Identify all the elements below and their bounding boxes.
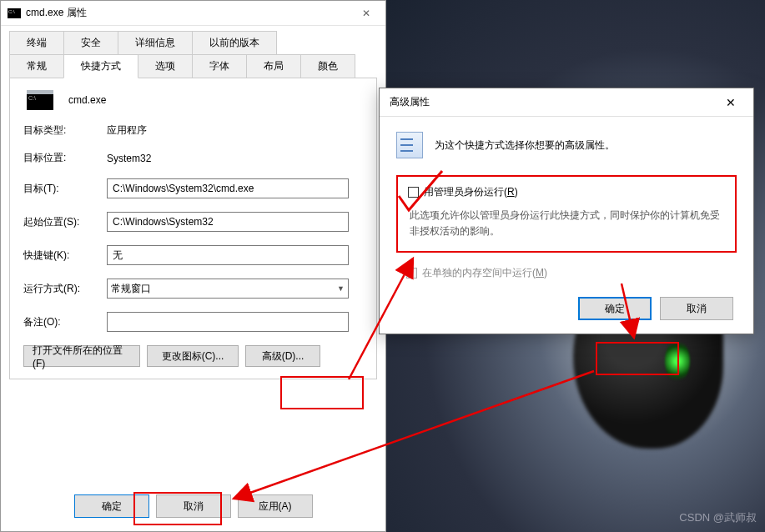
hotkey-label: 快捷键(K): (23, 248, 107, 263)
cancel-button[interactable]: 取消 (156, 494, 231, 518)
target-location-label: 目标位置: (23, 151, 107, 165)
tab-content: cmd.exe 目标类型: 应用程序 目标位置: System32 目标(T):… (9, 78, 377, 379)
target-type-value: 应用程序 (107, 123, 363, 138)
run-label: 运行方式(R): (23, 282, 107, 296)
tab-layout[interactable]: 布局 (246, 54, 301, 78)
titlebar[interactable]: cmd.exe 属性 ✕ (1, 1, 385, 26)
adv-title-text: 高级属性 (390, 95, 718, 109)
advanced-properties-dialog: 高级属性 ✕ 为这个快捷方式选择你想要的高级属性。 用管理员身份运行(R) 此选… (379, 88, 754, 334)
target-input[interactable] (107, 178, 349, 198)
tab-terminal[interactable]: 终端 (9, 31, 64, 54)
close-icon[interactable]: ✕ (718, 96, 743, 109)
window-title: cmd.exe 属性 (26, 6, 354, 20)
run-select[interactable]: 常规窗口 ▼ (107, 279, 349, 299)
cmd-icon (8, 8, 21, 18)
separate-memory-label: 在单独的内存空间中运行(M) (422, 266, 547, 280)
shortcut-app-icon (27, 90, 53, 110)
comment-label: 备注(O): (23, 315, 107, 329)
adv-header-text: 为这个快捷方式选择你想要的高级属性。 (435, 138, 615, 153)
shortcut-name: cmd.exe (68, 94, 106, 106)
adv-cancel-button[interactable]: 取消 (660, 297, 733, 320)
watermark: CSDN @武师叔 (679, 510, 757, 525)
target-location-value: System32 (107, 153, 363, 164)
ok-button[interactable]: 确定 (74, 494, 149, 518)
hotkey-input[interactable] (107, 245, 349, 265)
tab-previous-versions[interactable]: 以前的版本 (192, 31, 277, 54)
properties-dialog: cmd.exe 属性 ✕ 终端 安全 详细信息 以前的版本 常规 快捷方式 选项… (0, 0, 386, 532)
comment-input[interactable] (107, 312, 349, 332)
run-as-admin-description: 此选项允许你以管理员身份运行此快捷方式，同时保护你的计算机免受非授权活动的影响。 (410, 208, 725, 239)
apply-button[interactable]: 应用(A) (238, 494, 313, 518)
tab-details[interactable]: 详细信息 (118, 31, 193, 54)
tab-container: 终端 安全 详细信息 以前的版本 常规 快捷方式 选项 字体 布局 颜色 (1, 26, 385, 78)
tab-colors[interactable]: 颜色 (300, 54, 355, 78)
run-as-admin-checkbox[interactable] (408, 187, 419, 198)
open-file-location-button[interactable]: 打开文件所在的位置(F) (23, 345, 140, 367)
tab-options[interactable]: 选项 (138, 54, 193, 78)
adv-titlebar[interactable]: 高级属性 ✕ (380, 88, 753, 117)
chevron-down-icon: ▼ (337, 284, 345, 293)
tab-shortcut[interactable]: 快捷方式 (63, 54, 138, 78)
properties-icon (396, 132, 423, 158)
run-as-admin-label: 用管理员身份运行(R) (424, 185, 518, 199)
close-icon[interactable]: ✕ (354, 8, 379, 19)
tab-general[interactable]: 常规 (9, 54, 64, 78)
target-type-label: 目标类型: (23, 123, 107, 138)
separate-memory-checkbox (406, 268, 417, 279)
adv-ok-button[interactable]: 确定 (578, 297, 652, 320)
start-in-label: 起始位置(S): (23, 215, 107, 229)
tab-font[interactable]: 字体 (192, 54, 247, 78)
advanced-button[interactable]: 高级(D)... (245, 345, 320, 367)
change-icon-button[interactable]: 更改图标(C)... (147, 345, 239, 367)
admin-run-group: 用管理员身份运行(R) 此选项允许你以管理员身份运行此快捷方式，同时保护你的计算… (396, 175, 737, 253)
run-select-value: 常规窗口 (111, 282, 151, 296)
tab-security[interactable]: 安全 (63, 31, 118, 54)
target-label: 目标(T): (23, 182, 107, 196)
start-in-input[interactable] (107, 212, 349, 232)
